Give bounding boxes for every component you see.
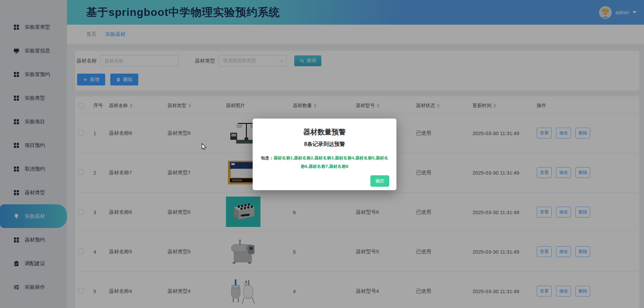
app-screen: 实验室类型 实验室信息 实验室预约 实验类型 实验项目 项目预约 取消预约 器材…	[0, 0, 644, 308]
contains-names: 器材名称1,器材名称2,器材名称3,器材名称4,器材名称5,器材名称6,器材名称…	[273, 156, 388, 169]
quantity-warning-dialog: 器材数量预警 8条记录到达预警 包含：器材名称1,器材名称2,器材名称3,器材名…	[253, 119, 396, 190]
dialog-title: 器材数量预警	[253, 127, 396, 137]
confirm-button[interactable]: 确定	[370, 175, 389, 187]
contains-label: 包含：	[261, 156, 274, 160]
dialog-subtitle: 8条记录到达预警	[253, 141, 396, 148]
dialog-contains-text: 包含：器材名称1,器材名称2,器材名称3,器材名称4,器材名称5,器材名称6,器…	[253, 154, 396, 171]
